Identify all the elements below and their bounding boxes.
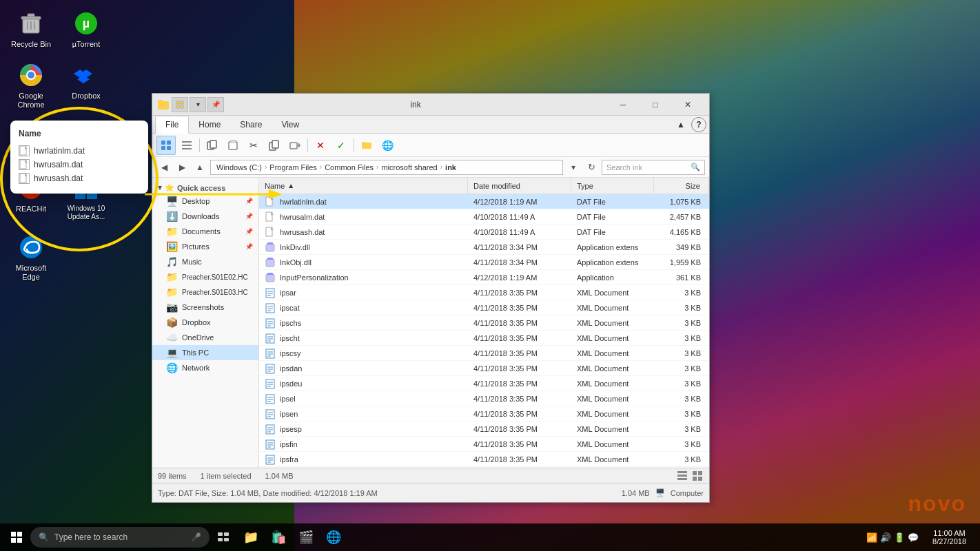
table-row[interactable]: ipscat 4/11/2018 3:35 PM XML Document 3 …	[259, 300, 709, 315]
sidebar-item-screenshots[interactable]: 📷 Screenshots	[152, 300, 258, 315]
sidebar-item-onedrive[interactable]: ☁️ OneDrive	[152, 330, 258, 345]
icon-chrome[interactable]: Google Chrome	[7, 59, 55, 112]
delete-btn[interactable]: ✕	[311, 136, 330, 155]
icon-edge-label: Microsoft Edge	[10, 264, 52, 282]
task-view-btn[interactable]	[210, 523, 237, 551]
table-row[interactable]: ipsesp 4/11/2018 3:35 PM XML Document 3 …	[259, 422, 709, 437]
file-size: 349 KB	[676, 243, 701, 251]
tab-view[interactable]: View	[272, 116, 309, 134]
table-row[interactable]: ipsdan 4/11/2018 3:35 PM XML Document 3 …	[259, 361, 709, 376]
dropdown-btn[interactable]: ▾	[566, 160, 581, 175]
table-row[interactable]: ipscht 4/11/2018 3:35 PM XML Document 3 …	[259, 331, 709, 346]
sidebar-item-dropbox[interactable]: 📦 Dropbox	[152, 315, 258, 330]
grid-view-toggle[interactable]	[691, 470, 704, 482]
tab-file[interactable]: File	[155, 116, 189, 134]
globe-btn[interactable]: 🌐	[378, 136, 397, 155]
sidebar-item-music[interactable]: 🎵 Music	[152, 254, 258, 269]
path-segment-1[interactable]: Windows (C:)	[216, 163, 262, 171]
file-date: 4/11/2018 3:34 PM	[473, 258, 538, 267]
volume-tray-icon[interactable]: 🔊	[880, 532, 891, 543]
table-row[interactable]: hwrlatinlm.dat 4/12/2018 1:19 AM DAT Fil…	[259, 194, 709, 209]
help-btn[interactable]: ?	[691, 117, 706, 132]
cut-btn[interactable]: ✂	[244, 136, 263, 155]
network-tray-icon[interactable]: 📶	[866, 532, 877, 543]
table-row[interactable]: InkObj.dll 4/11/2018 3:34 PM Application…	[259, 255, 709, 270]
search-box[interactable]: Search ink 🔍	[602, 160, 705, 175]
details-view-toggle[interactable]	[676, 470, 688, 482]
col-header-date[interactable]: Date modified	[468, 178, 571, 194]
table-row[interactable]: hwrusalm.dat 4/10/2018 11:49 A DAT File …	[259, 209, 709, 225]
clock[interactable]: 11:00 AM 8/27/2018	[927, 529, 972, 545]
sidebar-item-network[interactable]: 🌐 Network	[152, 360, 258, 375]
quick-access-header[interactable]: ▾ ⭐ Quick access	[152, 180, 258, 194]
taskbar-search[interactable]: 🔍 Type here to search 🎤	[30, 527, 210, 548]
table-row[interactable]: ipscsy 4/11/2018 3:35 PM XML Document 3 …	[259, 346, 709, 361]
copy-btn[interactable]	[265, 136, 284, 155]
pin-btn[interactable]: 📌	[207, 97, 224, 112]
file-type-icon	[265, 287, 276, 298]
up-btn[interactable]: ▲	[192, 160, 207, 175]
path-segment-4[interactable]: microsoft shared	[381, 163, 437, 171]
col-header-name[interactable]: Name ▲	[259, 178, 468, 194]
large-icons-btn[interactable]	[156, 136, 176, 155]
close-button[interactable]: ✕	[672, 94, 704, 116]
path-segment-2[interactable]: Program Files	[269, 163, 316, 171]
store-taskbar[interactable]: 🛍️	[265, 523, 292, 551]
customize-btn[interactable]: ▾	[190, 97, 206, 112]
sidebar-item-desktop[interactable]: 🖥️ Desktop 📌	[152, 194, 258, 209]
tab-home[interactable]: Home	[189, 116, 230, 134]
table-row[interactable]: ipschs 4/11/2018 3:35 PM XML Document 3 …	[259, 315, 709, 331]
file-date-cell: 4/11/2018 3:35 PM	[468, 406, 571, 421]
icon-utorrent[interactable]: µ µTorrent	[62, 7, 110, 52]
table-row[interactable]: ipsfin 4/11/2018 3:35 PM XML Document 3 …	[259, 437, 709, 452]
sidebar-item-preacher1[interactable]: 📁 Preacher.S01E02.HC	[152, 269, 258, 284]
chrome-icon	[17, 61, 45, 89]
table-row[interactable]: ipsfra 4/11/2018 3:35 PM XML Document 3 …	[259, 452, 709, 467]
col-header-size[interactable]: Size	[654, 178, 709, 194]
icon-dropbox[interactable]: Dropbox	[62, 59, 110, 112]
table-row[interactable]: InputPersonalization 4/12/2018 1:19 AM A…	[259, 270, 709, 285]
table-row[interactable]: InkDiv.dll 4/11/2018 3:34 PM Application…	[259, 240, 709, 255]
vlc-taskbar[interactable]: 🎬	[292, 523, 320, 551]
sidebar-item-documents[interactable]: 📁 Documents 📌	[152, 224, 258, 239]
col-header-type[interactable]: Type	[571, 178, 654, 194]
minimize-button[interactable]: ─	[607, 94, 639, 116]
table-row[interactable]: hwrusash.dat 4/10/2018 11:49 A DAT File …	[259, 225, 709, 240]
new-folder-btn[interactable]	[357, 136, 376, 155]
path-segment-5[interactable]: ink	[445, 163, 456, 171]
start-button[interactable]	[3, 523, 30, 551]
music-sidebar-icon: 🎵	[166, 256, 178, 267]
table-row[interactable]: ipsdeu 4/11/2018 3:35 PM XML Document 3 …	[259, 376, 709, 391]
notification-icon[interactable]: 💬	[908, 532, 919, 543]
file-name: hwrlatinlm.dat	[280, 198, 327, 206]
sidebar-item-pictures[interactable]: 🖼️ Pictures 📌	[152, 239, 258, 254]
file-explorer-taskbar[interactable]: 📁	[237, 523, 265, 551]
icon-edge[interactable]: Microsoft Edge	[7, 231, 55, 284]
address-path[interactable]: Windows (C:) › Program Files › Common Fi…	[210, 160, 563, 175]
ribbon-collapse-btn[interactable]: ▲	[673, 117, 688, 132]
table-row[interactable]: ipsar 4/11/2018 3:35 PM XML Document 3 K…	[259, 285, 709, 300]
file-type: DAT File	[577, 198, 606, 206]
forward-btn[interactable]: ▶	[174, 160, 190, 175]
copy-to-btn[interactable]	[203, 136, 222, 155]
sidebar-item-downloads[interactable]: ⬇️ Downloads 📌	[152, 209, 258, 224]
icon-recycle-bin[interactable]: Recycle Bin	[7, 7, 55, 52]
battery-tray-icon[interactable]: 🔋	[894, 532, 905, 543]
chrome-taskbar[interactable]: 🌐	[320, 523, 347, 551]
properties-btn[interactable]	[172, 97, 188, 112]
refresh-btn[interactable]: ↻	[584, 160, 599, 175]
move-to-btn[interactable]	[285, 136, 305, 155]
details-view-btn[interactable]	[177, 136, 196, 155]
paste-btn[interactable]	[223, 136, 243, 155]
show-desktop-btn[interactable]	[974, 523, 977, 551]
tab-share[interactable]: Share	[230, 116, 272, 134]
back-btn[interactable]: ◀	[156, 160, 172, 175]
sidebar-item-preacher2[interactable]: 📁 Preacher.S01E03.HC	[152, 284, 258, 300]
table-row[interactable]: ipsel 4/11/2018 3:35 PM XML Document 3 K…	[259, 391, 709, 406]
sidebar-item-this-pc[interactable]: 💻 This PC	[152, 345, 258, 360]
table-row[interactable]: ipsen 4/11/2018 3:35 PM XML Document 3 K…	[259, 406, 709, 422]
maximize-button[interactable]: □	[640, 94, 671, 116]
rename-btn[interactable]: ✓	[331, 136, 351, 155]
path-segment-3[interactable]: Common Files	[325, 163, 374, 171]
sep-3: ›	[376, 163, 378, 171]
